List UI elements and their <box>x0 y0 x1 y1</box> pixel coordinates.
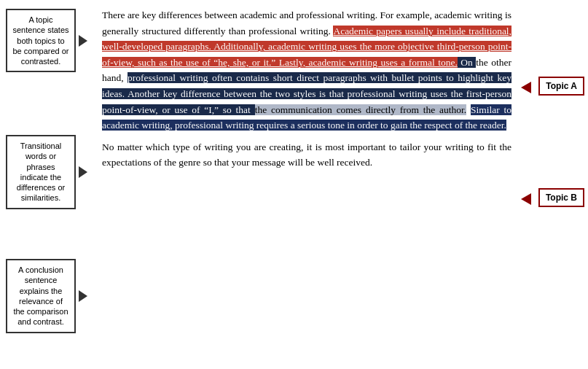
page-container: A topic sentence states both topics to b… <box>0 0 588 369</box>
topic-a-arrow <box>521 82 531 93</box>
topic-b-highlight-2: the communication comes directly from th… <box>255 104 467 115</box>
annotation-box-1: A topic sentence states both topics to b… <box>6 9 76 72</box>
topic-b-label: Topic B <box>538 188 584 207</box>
topic-a-label: Topic A <box>538 77 584 96</box>
arrow-2 <box>79 166 87 178</box>
annotation-text-3: A conclusion sentence explains the relev… <box>13 265 68 326</box>
annotation-box-3: A conclusion sentence explains the relev… <box>6 259 76 333</box>
topic-b-arrow <box>521 193 531 205</box>
arrow-1 <box>79 35 87 47</box>
annotation-text-2: Transitional words or phrases indicate t… <box>17 141 65 202</box>
conclusion-text: No matter which type of writing you are … <box>102 141 511 168</box>
annotations-column: A topic sentence states both topics to b… <box>0 0 87 369</box>
annotation-text-1: A topic sentence states both topics to b… <box>12 15 68 66</box>
right-labels-column: Topic A Topic B <box>522 0 588 369</box>
topic-b-text: Topic B <box>546 193 577 203</box>
main-paragraph: There are key differences between academ… <box>102 7 511 133</box>
conclusion-paragraph: No matter which type of writing you are … <box>102 139 511 171</box>
arrow-3 <box>79 290 87 302</box>
transition-on: On <box>458 57 477 68</box>
main-text-area: There are key differences between academ… <box>87 0 522 369</box>
topic-a-text: Topic A <box>546 81 577 91</box>
annotation-box-2: Transitional words or phrases indicate t… <box>6 135 76 209</box>
